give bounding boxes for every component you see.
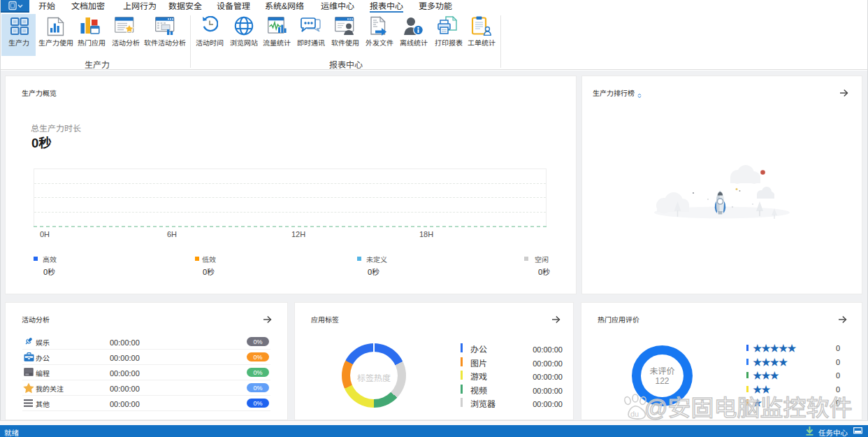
svg-text:du: du xyxy=(630,410,639,418)
